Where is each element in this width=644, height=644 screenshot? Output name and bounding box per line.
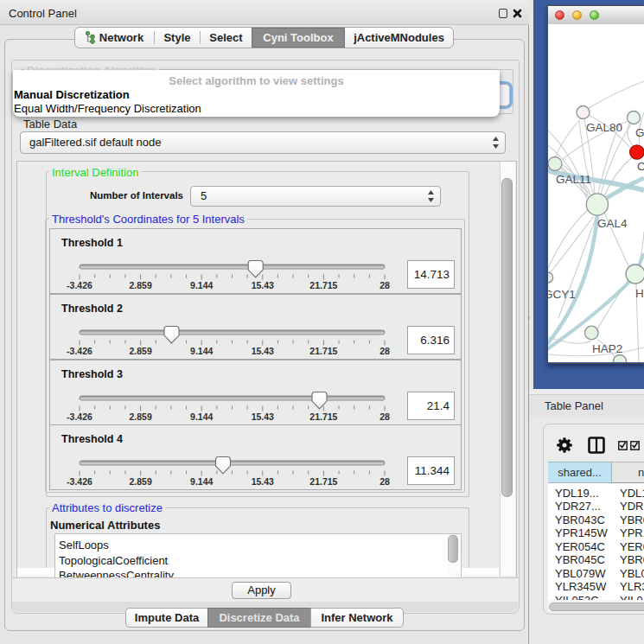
- svg-text:GAL80: GAL80: [586, 121, 622, 134]
- svg-text:2.859: 2.859: [129, 346, 151, 356]
- svg-text:2.859: 2.859: [129, 411, 151, 422]
- svg-text:28: 28: [379, 476, 390, 487]
- svg-text:15.43: 15.43: [252, 346, 274, 356]
- svg-text:-3.426: -3.426: [67, 346, 92, 356]
- svg-text:GAL11: GAL11: [556, 173, 591, 186]
- svg-text:28: 28: [379, 411, 390, 422]
- svg-text:-3.426: -3.426: [67, 280, 92, 290]
- svg-text:15.43: 15.43: [252, 411, 274, 422]
- svg-text:21.715: 21.715: [309, 280, 337, 290]
- svg-text:9.144: 9.144: [190, 346, 213, 356]
- svg-text:2.859: 2.859: [129, 280, 151, 290]
- svg-text:-3.426: -3.426: [67, 476, 92, 487]
- svg-text:21.715: 21.715: [309, 476, 337, 487]
- svg-text:-3.426: -3.426: [67, 411, 92, 422]
- svg-text:2.859: 2.859: [129, 476, 151, 487]
- svg-text:H: H: [635, 287, 644, 300]
- svg-text:9.144: 9.144: [190, 476, 213, 487]
- svg-text:28: 28: [379, 280, 390, 290]
- svg-text:G.: G.: [635, 126, 644, 139]
- svg-text:GCY1: GCY1: [548, 288, 576, 301]
- svg-text:21.715: 21.715: [309, 411, 337, 422]
- svg-text:GAL4: GAL4: [597, 217, 628, 230]
- svg-text:28: 28: [379, 346, 390, 356]
- svg-text:15.43: 15.43: [252, 280, 274, 290]
- svg-text:C: C: [637, 160, 644, 173]
- svg-text:9.144: 9.144: [190, 280, 213, 290]
- svg-text:9.144: 9.144: [190, 411, 213, 422]
- svg-text:HAP2: HAP2: [592, 342, 622, 355]
- svg-text:15.43: 15.43: [252, 476, 274, 487]
- svg-text:21.715: 21.715: [309, 346, 337, 356]
